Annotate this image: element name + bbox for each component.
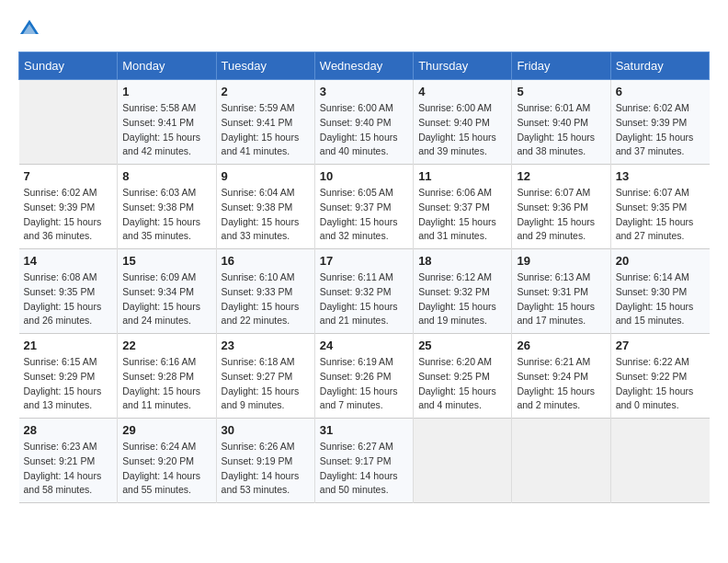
calendar-cell: 13Sunrise: 6:07 AMSunset: 9:35 PMDayligh… <box>610 165 709 249</box>
col-header-sunday: Sunday <box>19 52 118 80</box>
col-header-friday: Friday <box>512 52 610 80</box>
calendar-cell <box>19 80 118 165</box>
cell-info: Sunrise: 6:03 AMSunset: 9:38 PMDaylight:… <box>122 186 210 244</box>
calendar-cell: 12Sunrise: 6:07 AMSunset: 9:36 PMDayligh… <box>512 165 610 249</box>
cell-info: Sunrise: 6:20 AMSunset: 9:25 PMDaylight:… <box>418 355 506 413</box>
calendar-cell: 26Sunrise: 6:21 AMSunset: 9:24 PMDayligh… <box>512 334 610 419</box>
day-number: 11 <box>418 169 506 183</box>
day-number: 15 <box>122 254 210 268</box>
day-number: 25 <box>418 339 506 352</box>
cell-info: Sunrise: 6:01 AMSunset: 9:40 PMDaylight:… <box>517 101 605 159</box>
day-number: 6 <box>616 85 705 98</box>
calendar-cell: 3Sunrise: 6:00 AMSunset: 9:40 PMDaylight… <box>314 80 413 165</box>
day-number: 22 <box>122 339 210 352</box>
col-header-saturday: Saturday <box>610 52 709 80</box>
cell-info: Sunrise: 6:09 AMSunset: 9:34 PMDaylight:… <box>122 270 210 328</box>
calendar-cell: 20Sunrise: 6:14 AMSunset: 9:30 PMDayligh… <box>610 249 709 334</box>
day-number: 26 <box>517 339 605 352</box>
day-number: 21 <box>24 339 113 352</box>
day-number: 20 <box>616 254 705 268</box>
header-row: SundayMondayTuesdayWednesdayThursdayFrid… <box>19 52 710 80</box>
day-number: 17 <box>320 254 408 268</box>
cell-info: Sunrise: 6:21 AMSunset: 9:24 PMDaylight:… <box>517 355 605 413</box>
cell-info: Sunrise: 6:23 AMSunset: 9:21 PMDaylight:… <box>24 440 113 498</box>
day-number: 1 <box>122 85 210 98</box>
day-number: 12 <box>517 169 605 183</box>
day-number: 3 <box>320 85 408 98</box>
day-number: 31 <box>320 423 408 437</box>
calendar-cell: 7Sunrise: 6:02 AMSunset: 9:39 PMDaylight… <box>19 165 118 249</box>
cell-info: Sunrise: 6:11 AMSunset: 9:32 PMDaylight:… <box>320 270 408 328</box>
cell-info: Sunrise: 6:19 AMSunset: 9:26 PMDaylight:… <box>320 355 408 413</box>
cell-info: Sunrise: 6:16 AMSunset: 9:28 PMDaylight:… <box>122 355 210 413</box>
day-number: 18 <box>418 254 506 268</box>
calendar-cell: 10Sunrise: 6:05 AMSunset: 9:37 PMDayligh… <box>314 165 413 249</box>
calendar-cell: 16Sunrise: 6:10 AMSunset: 9:33 PMDayligh… <box>216 249 314 334</box>
logo-icon <box>18 18 40 37</box>
week-row-2: 7Sunrise: 6:02 AMSunset: 9:39 PMDaylight… <box>19 165 710 249</box>
cell-info: Sunrise: 6:07 AMSunset: 9:35 PMDaylight:… <box>616 186 705 244</box>
calendar-cell <box>610 419 709 503</box>
calendar-cell: 15Sunrise: 6:09 AMSunset: 9:34 PMDayligh… <box>118 249 216 334</box>
cell-info: Sunrise: 6:13 AMSunset: 9:31 PMDaylight:… <box>517 270 605 328</box>
calendar-cell: 21Sunrise: 6:15 AMSunset: 9:29 PMDayligh… <box>19 334 118 419</box>
day-number: 4 <box>418 85 506 98</box>
cell-info: Sunrise: 6:27 AMSunset: 9:17 PMDaylight:… <box>320 440 408 498</box>
calendar-cell: 29Sunrise: 6:24 AMSunset: 9:20 PMDayligh… <box>118 419 216 503</box>
calendar-cell: 23Sunrise: 6:18 AMSunset: 9:27 PMDayligh… <box>216 334 314 419</box>
calendar-cell: 27Sunrise: 6:22 AMSunset: 9:22 PMDayligh… <box>610 334 709 419</box>
calendar-cell: 25Sunrise: 6:20 AMSunset: 9:25 PMDayligh… <box>414 334 512 419</box>
day-number: 8 <box>122 169 210 183</box>
cell-info: Sunrise: 6:10 AMSunset: 9:33 PMDaylight:… <box>222 270 310 328</box>
calendar-body: 1Sunrise: 5:58 AMSunset: 9:41 PMDaylight… <box>19 80 710 503</box>
day-number: 7 <box>24 169 113 183</box>
calendar-cell: 19Sunrise: 6:13 AMSunset: 9:31 PMDayligh… <box>512 249 610 334</box>
cell-info: Sunrise: 5:58 AMSunset: 9:41 PMDaylight:… <box>122 101 210 159</box>
day-number: 28 <box>24 423 113 437</box>
day-number: 24 <box>320 339 408 352</box>
calendar-cell: 2Sunrise: 5:59 AMSunset: 9:41 PMDaylight… <box>216 80 314 165</box>
cell-info: Sunrise: 6:02 AMSunset: 9:39 PMDaylight:… <box>616 101 705 159</box>
calendar-cell <box>512 419 610 503</box>
week-row-1: 1Sunrise: 5:58 AMSunset: 9:41 PMDaylight… <box>19 80 710 165</box>
calendar-cell: 18Sunrise: 6:12 AMSunset: 9:32 PMDayligh… <box>414 249 512 334</box>
calendar-cell: 1Sunrise: 5:58 AMSunset: 9:41 PMDaylight… <box>118 80 216 165</box>
day-number: 9 <box>222 169 310 183</box>
cell-info: Sunrise: 6:12 AMSunset: 9:32 PMDaylight:… <box>418 270 506 328</box>
calendar-cell: 4Sunrise: 6:00 AMSunset: 9:40 PMDaylight… <box>414 80 512 165</box>
day-number: 19 <box>517 254 605 268</box>
calendar-cell: 14Sunrise: 6:08 AMSunset: 9:35 PMDayligh… <box>19 249 118 334</box>
cell-info: Sunrise: 6:07 AMSunset: 9:36 PMDaylight:… <box>517 186 605 244</box>
cell-info: Sunrise: 6:22 AMSunset: 9:22 PMDaylight:… <box>616 355 705 413</box>
day-number: 30 <box>222 423 310 437</box>
cell-info: Sunrise: 6:26 AMSunset: 9:19 PMDaylight:… <box>222 440 310 498</box>
cell-info: Sunrise: 6:05 AMSunset: 9:37 PMDaylight:… <box>320 186 408 244</box>
calendar-cell: 22Sunrise: 6:16 AMSunset: 9:28 PMDayligh… <box>118 334 216 419</box>
calendar-cell: 30Sunrise: 6:26 AMSunset: 9:19 PMDayligh… <box>216 419 314 503</box>
week-row-5: 28Sunrise: 6:23 AMSunset: 9:21 PMDayligh… <box>19 419 710 503</box>
day-number: 29 <box>122 423 210 437</box>
cell-info: Sunrise: 6:24 AMSunset: 9:20 PMDaylight:… <box>122 440 210 498</box>
cell-info: Sunrise: 6:02 AMSunset: 9:39 PMDaylight:… <box>24 186 113 244</box>
cell-info: Sunrise: 6:15 AMSunset: 9:29 PMDaylight:… <box>24 355 113 413</box>
day-number: 2 <box>222 85 310 98</box>
week-row-3: 14Sunrise: 6:08 AMSunset: 9:35 PMDayligh… <box>19 249 710 334</box>
cell-info: Sunrise: 5:59 AMSunset: 9:41 PMDaylight:… <box>222 101 310 159</box>
week-row-4: 21Sunrise: 6:15 AMSunset: 9:29 PMDayligh… <box>19 334 710 419</box>
col-header-tuesday: Tuesday <box>216 52 314 80</box>
cell-info: Sunrise: 6:18 AMSunset: 9:27 PMDaylight:… <box>222 355 310 413</box>
day-number: 14 <box>24 254 113 268</box>
day-number: 5 <box>517 85 605 98</box>
calendar-cell: 9Sunrise: 6:04 AMSunset: 9:38 PMDaylight… <box>216 165 314 249</box>
calendar-cell: 5Sunrise: 6:01 AMSunset: 9:40 PMDaylight… <box>512 80 610 165</box>
calendar-cell: 31Sunrise: 6:27 AMSunset: 9:17 PMDayligh… <box>314 419 413 503</box>
cell-info: Sunrise: 6:08 AMSunset: 9:35 PMDaylight:… <box>24 270 113 328</box>
calendar-cell: 17Sunrise: 6:11 AMSunset: 9:32 PMDayligh… <box>314 249 413 334</box>
calendar-cell: 28Sunrise: 6:23 AMSunset: 9:21 PMDayligh… <box>19 419 118 503</box>
day-number: 13 <box>616 169 705 183</box>
col-header-thursday: Thursday <box>414 52 512 80</box>
cell-info: Sunrise: 6:00 AMSunset: 9:40 PMDaylight:… <box>320 101 408 159</box>
calendar-cell: 6Sunrise: 6:02 AMSunset: 9:39 PMDaylight… <box>610 80 709 165</box>
cell-info: Sunrise: 6:04 AMSunset: 9:38 PMDaylight:… <box>222 186 310 244</box>
calendar-cell: 11Sunrise: 6:06 AMSunset: 9:37 PMDayligh… <box>414 165 512 249</box>
